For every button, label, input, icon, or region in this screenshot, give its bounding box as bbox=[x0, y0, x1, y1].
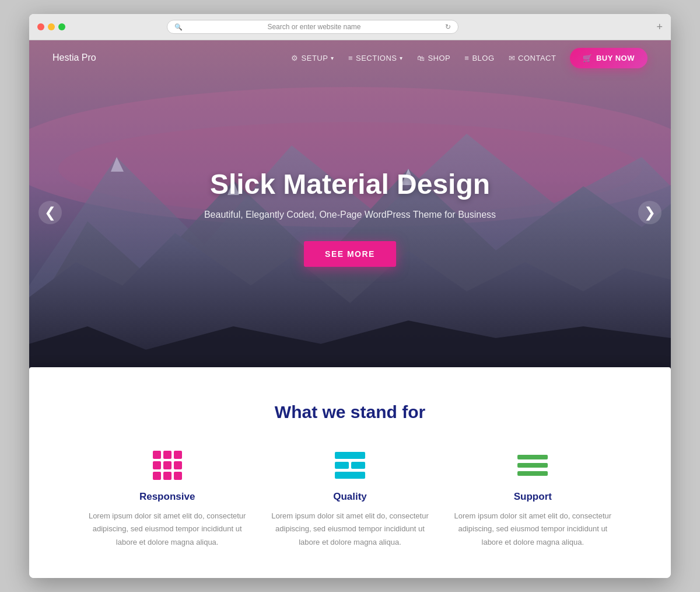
grid-dot bbox=[174, 451, 182, 459]
feature-support: Support Lorem ipsum dolor sit amet elit … bbox=[453, 451, 612, 548]
list-bar-half-right bbox=[351, 462, 365, 469]
feature-name-support: Support bbox=[453, 491, 612, 503]
chevron-left-icon: ❮ bbox=[44, 204, 56, 221]
feature-desc-responsive: Lorem ipsum dolor sit amet elit do, cons… bbox=[88, 510, 247, 548]
grid-dot bbox=[163, 461, 172, 469]
chevron-down-icon-2: ▾ bbox=[400, 55, 403, 61]
chevron-right-icon: ❯ bbox=[644, 204, 656, 221]
lines-icon bbox=[517, 455, 548, 476]
traffic-lights bbox=[37, 23, 65, 30]
sections-icon: ≡ bbox=[348, 54, 353, 62]
maximize-button[interactable] bbox=[58, 23, 65, 30]
blog-icon: ≡ bbox=[464, 54, 469, 62]
nav-item-shop[interactable]: 🛍 SHOP bbox=[417, 54, 450, 62]
address-text: Search or enter website name bbox=[186, 23, 442, 31]
search-icon: 🔍 bbox=[174, 23, 183, 31]
refresh-icon[interactable]: ↻ bbox=[445, 23, 451, 31]
buy-now-button[interactable]: 🛒 BUY NOW bbox=[570, 48, 648, 68]
grid-dot bbox=[163, 451, 172, 459]
feature-desc-support: Lorem ipsum dolor sit amet elit do, cons… bbox=[453, 510, 612, 548]
address-bar[interactable]: 🔍 Search or enter website name ↻ bbox=[167, 20, 459, 34]
browser-chrome: 🔍 Search or enter website name ↻ + bbox=[29, 14, 671, 40]
grid-dot bbox=[174, 461, 182, 469]
line-bar-1 bbox=[517, 455, 548, 459]
nav-link-contact[interactable]: ✉ CONTACT bbox=[509, 54, 556, 62]
feature-desc-quality: Lorem ipsum dolor sit amet elit do, cons… bbox=[270, 510, 429, 548]
list-bar-half-left bbox=[335, 462, 349, 469]
nav-link-blog[interactable]: ≡ BLOG bbox=[464, 54, 494, 62]
nav-item-contact[interactable]: ✉ CONTACT bbox=[509, 54, 556, 62]
line-bar-3 bbox=[517, 471, 548, 476]
see-more-button[interactable]: SEE MORE bbox=[304, 241, 396, 267]
grid-icon bbox=[153, 451, 182, 480]
shop-icon: 🛍 bbox=[417, 54, 425, 62]
minimize-button[interactable] bbox=[48, 23, 55, 30]
list-bar-row bbox=[335, 462, 365, 469]
feature-responsive: Responsive Lorem ipsum dolor sit amet el… bbox=[88, 451, 247, 548]
responsive-icon-container bbox=[149, 451, 186, 479]
features-title: What we stand for bbox=[52, 402, 648, 422]
list-icon bbox=[335, 452, 365, 479]
close-button[interactable] bbox=[37, 23, 44, 30]
grid-dot bbox=[153, 461, 161, 469]
grid-dot bbox=[153, 451, 161, 459]
brand-logo[interactable]: Hestia Pro bbox=[52, 53, 96, 63]
feature-name-quality: Quality bbox=[270, 491, 429, 503]
contact-icon: ✉ bbox=[509, 54, 516, 62]
nav-item-blog[interactable]: ≡ BLOG bbox=[464, 54, 494, 62]
nav-links: ⚙ SETUP ▾ ≡ SECTIONS ▾ bbox=[291, 48, 648, 68]
grid-dot bbox=[163, 472, 172, 480]
list-bar-top bbox=[335, 452, 365, 459]
hero-prev-arrow[interactable]: ❮ bbox=[38, 201, 62, 224]
list-bar-bottom bbox=[335, 472, 365, 479]
nav-item-sections[interactable]: ≡ SECTIONS ▾ bbox=[348, 54, 403, 62]
cart-icon: 🛒 bbox=[583, 54, 593, 62]
nav-item-buy[interactable]: 🛒 BUY NOW bbox=[570, 48, 648, 68]
line-bar-2 bbox=[517, 463, 548, 468]
hero-next-arrow[interactable]: ❯ bbox=[638, 201, 662, 224]
quality-icon-container bbox=[331, 451, 369, 479]
nav-link-setup[interactable]: ⚙ SETUP ▾ bbox=[291, 54, 334, 62]
hero-title: Slick Material Design bbox=[41, 168, 659, 200]
support-icon-container bbox=[514, 451, 551, 479]
nav-item-setup[interactable]: ⚙ SETUP ▾ bbox=[291, 54, 334, 62]
hero-subtitle: Beautiful, Elegantly Coded, One-Page Wor… bbox=[41, 210, 659, 220]
hero-content: Slick Material Design Beautiful, Elegant… bbox=[29, 168, 671, 267]
chevron-down-icon: ▾ bbox=[331, 55, 334, 61]
browser-window: 🔍 Search or enter website name ↻ + bbox=[29, 14, 671, 577]
nav-link-sections[interactable]: ≡ SECTIONS ▾ bbox=[348, 54, 403, 62]
nav-link-shop[interactable]: 🛍 SHOP bbox=[417, 54, 450, 62]
feature-quality: Quality Lorem ipsum dolor sit amet elit … bbox=[270, 451, 429, 548]
features-section: What we stand for bbox=[29, 367, 671, 577]
grid-dot bbox=[153, 472, 161, 480]
navbar: Hestia Pro ⚙ SETUP ▾ ≡ SECTIONS ▾ bbox=[29, 40, 671, 75]
features-grid: Responsive Lorem ipsum dolor sit amet el… bbox=[88, 451, 612, 548]
hero-section: Hestia Pro ⚙ SETUP ▾ ≡ SECTIONS ▾ bbox=[29, 40, 671, 385]
grid-dot bbox=[174, 472, 182, 480]
new-tab-button[interactable]: + bbox=[656, 21, 663, 33]
feature-name-responsive: Responsive bbox=[88, 491, 247, 503]
setup-icon: ⚙ bbox=[291, 54, 299, 62]
